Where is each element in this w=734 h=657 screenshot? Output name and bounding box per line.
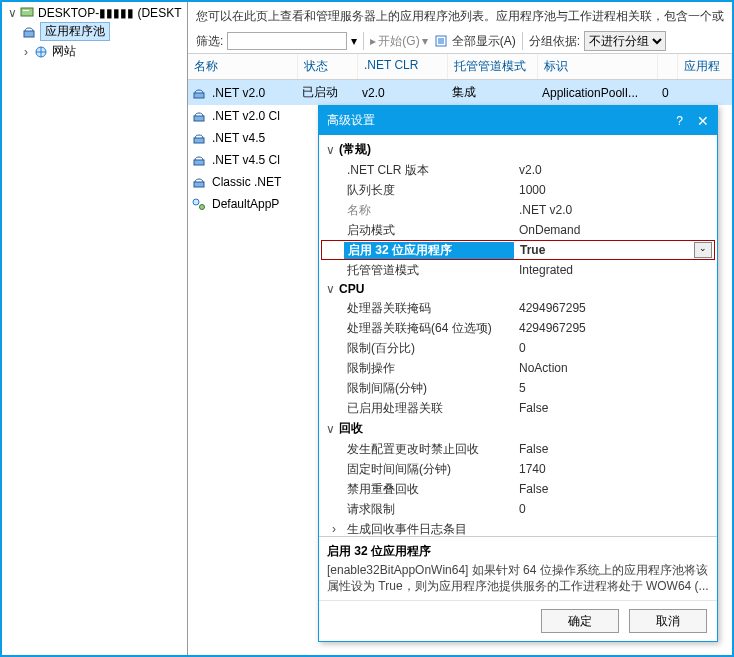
col-cnt[interactable] <box>658 54 678 79</box>
property-row[interactable]: 启动模式OnDemand <box>321 220 715 240</box>
cell-id: ApplicationPoolI... <box>536 84 656 102</box>
property-key: 已启用处理器关联 <box>343 400 513 417</box>
dropdown-icon[interactable]: ▾ <box>351 34 357 48</box>
property-value[interactable]: 4294967295 <box>513 301 715 315</box>
description-title: 启用 32 位应用程序 <box>327 543 709 560</box>
filter-toolbar: 筛选: ▾ ▸开始(G) ▾ 全部显示(A) 分组依据: 不进行分组 <box>188 29 732 54</box>
start-button[interactable]: ▸开始(G) ▾ <box>370 33 427 50</box>
property-key: .NET CLR 版本 <box>343 162 513 179</box>
col-clr[interactable]: .NET CLR <box>358 54 448 79</box>
property-key: 发生配置更改时禁止回收 <box>343 441 513 458</box>
separator <box>363 32 364 50</box>
group-cpu[interactable]: ∨CPU <box>321 280 715 298</box>
property-key: 生成回收事件日志条目 <box>343 521 513 536</box>
property-value[interactable]: False <box>513 401 715 415</box>
svg-point-11 <box>193 199 199 205</box>
tree-server-node[interactable]: ∨ DESKTOP-▮▮▮▮▮ (DESKT <box>2 5 187 21</box>
property-value[interactable]: 5 <box>513 381 715 395</box>
svg-rect-5 <box>438 38 444 44</box>
property-grid: ∨(常规) .NET CLR 版本v2.0队列长度1000名称.NET v2.0… <box>319 135 717 536</box>
property-key: 队列长度 <box>343 182 513 199</box>
col-name[interactable]: 名称 <box>188 54 298 79</box>
property-value[interactable]: 0 <box>513 341 715 355</box>
property-row[interactable]: 处理器关联掩码(64 位选项)4294967295 <box>321 318 715 338</box>
table-row[interactable]: .NET v2.0已启动v2.0集成ApplicationPoolI...0 <box>188 80 732 105</box>
property-key: 请求限制 <box>343 501 513 518</box>
expand-icon[interactable]: › <box>325 522 343 536</box>
property-row[interactable]: 限制操作NoAction <box>321 358 715 378</box>
property-value[interactable]: 1000 <box>513 183 715 197</box>
advanced-settings-dialog: 高级设置 ? ✕ ∨(常规) .NET CLR 版本v2.0队列长度1000名称… <box>318 105 718 642</box>
svg-rect-2 <box>24 31 34 37</box>
cell-name: .NET v4.5 <box>206 129 296 147</box>
cell-name: .NET v2.0 <box>206 84 296 102</box>
property-row[interactable]: 处理器关联掩码4294967295 <box>321 298 715 318</box>
col-app[interactable]: 应用程 <box>678 54 732 79</box>
group-recycle[interactable]: ∨回收 <box>321 418 715 439</box>
property-value[interactable]: .NET v2.0 <box>513 203 715 217</box>
property-key: 托管管道模式 <box>343 262 513 279</box>
app-pool-icon <box>22 25 36 39</box>
tree-server-label: DESKTOP-▮▮▮▮▮ (DESKT <box>38 6 181 20</box>
property-row[interactable]: 固定时间间隔(分钟)1740 <box>321 459 715 479</box>
property-row[interactable]: 已启用处理器关联False <box>321 398 715 418</box>
property-key: 限制操作 <box>343 360 513 377</box>
collapse-icon: ∨ <box>321 422 339 436</box>
property-value[interactable]: 4294967295 <box>513 321 715 335</box>
tree-app-pools[interactable]: 应用程序池 <box>2 21 187 42</box>
property-value[interactable]: True <box>514 243 694 257</box>
property-row[interactable]: 禁用重叠回收False <box>321 479 715 499</box>
property-row[interactable]: 限制(百分比)0 <box>321 338 715 358</box>
property-value[interactable]: v2.0 <box>513 163 715 177</box>
collapse-icon: ∨ <box>321 143 339 157</box>
groupby-label: 分组依据: <box>529 33 580 50</box>
grid-header: 名称 状态 .NET CLR 托管管道模式 标识 应用程 <box>188 54 732 80</box>
svg-point-12 <box>200 205 205 210</box>
property-key: 处理器关联掩码(64 位选项) <box>343 320 513 337</box>
property-value[interactable]: 1740 <box>513 462 715 476</box>
property-row[interactable]: 启用 32 位应用程序True⌄ <box>321 240 715 260</box>
cell-name: .NET v4.5 Cl <box>206 151 296 169</box>
help-icon[interactable]: ? <box>676 114 683 128</box>
property-row[interactable]: 名称.NET v2.0 <box>321 200 715 220</box>
pool-icon <box>192 153 206 167</box>
cell-name: Classic .NET <box>206 173 296 191</box>
property-row[interactable]: ›生成回收事件日志条目 <box>321 519 715 536</box>
property-value[interactable]: OnDemand <box>513 223 715 237</box>
svg-rect-1 <box>23 10 29 11</box>
svg-rect-7 <box>194 116 204 121</box>
dropdown-icon[interactable]: ⌄ <box>694 242 712 258</box>
property-row[interactable]: 托管管道模式Integrated <box>321 260 715 280</box>
property-value[interactable]: False <box>513 482 715 496</box>
col-status[interactable]: 状态 <box>298 54 358 79</box>
show-all-button[interactable]: 全部显示(A) <box>432 33 516 50</box>
property-value[interactable]: Integrated <box>513 263 715 277</box>
col-id[interactable]: 标识 <box>538 54 658 79</box>
filter-input[interactable] <box>227 32 347 50</box>
close-icon[interactable]: ✕ <box>697 113 709 129</box>
group-general[interactable]: ∨(常规) <box>321 139 715 160</box>
property-row[interactable]: .NET CLR 版本v2.0 <box>321 160 715 180</box>
property-key: 限制(百分比) <box>343 340 513 357</box>
pool-icon <box>192 175 206 189</box>
tree-app-pools-label: 应用程序池 <box>40 22 110 41</box>
description-bar: 您可以在此页上查看和管理服务器上的应用程序池列表。应用程序池与工作进程相关联，包… <box>188 2 732 29</box>
property-row[interactable]: 发生配置更改时禁止回收False <box>321 439 715 459</box>
property-value[interactable]: NoAction <box>513 361 715 375</box>
property-row[interactable]: 队列长度1000 <box>321 180 715 200</box>
cancel-button[interactable]: 取消 <box>629 609 707 633</box>
separator <box>522 32 523 50</box>
property-key: 名称 <box>343 202 513 219</box>
expand-icon[interactable]: › <box>20 45 32 59</box>
collapse-icon[interactable]: ∨ <box>6 6 18 20</box>
property-value[interactable]: False <box>513 442 715 456</box>
dialog-titlebar: 高级设置 ? ✕ <box>319 106 717 135</box>
tree-sites[interactable]: › 网站 <box>2 42 187 61</box>
description-body: [enable32BitAppOnWin64] 如果针对 64 位操作系统上的应… <box>327 562 709 594</box>
col-pipe[interactable]: 托管管道模式 <box>448 54 538 79</box>
property-row[interactable]: 限制间隔(分钟)5 <box>321 378 715 398</box>
groupby-select[interactable]: 不进行分组 <box>584 31 666 51</box>
property-row[interactable]: 请求限制0 <box>321 499 715 519</box>
ok-button[interactable]: 确定 <box>541 609 619 633</box>
property-value[interactable]: 0 <box>513 502 715 516</box>
